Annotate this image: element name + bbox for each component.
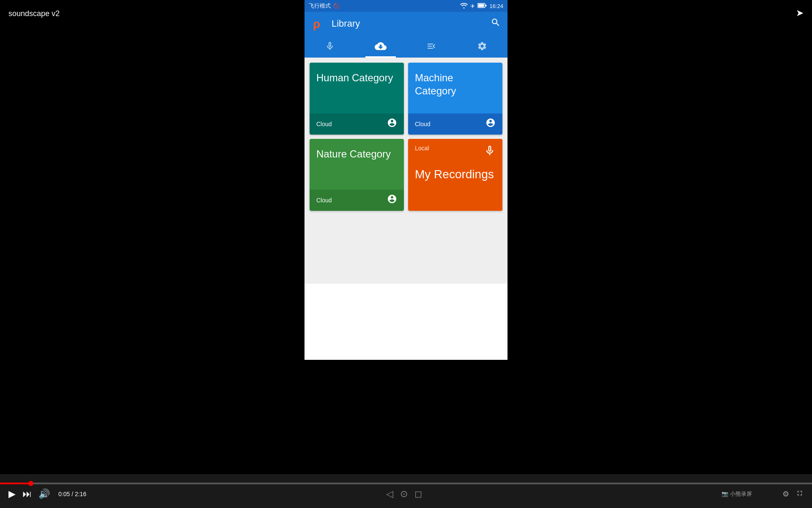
recents-nav-button[interactable]: ◻ <box>414 489 422 500</box>
search-button[interactable] <box>491 17 501 30</box>
tab-cloud[interactable] <box>355 36 406 56</box>
time-display: 0:05 / 2:16 <box>58 491 86 497</box>
phone-frame: 飞行模式 🚫 ✈ 16:24 <box>304 0 508 360</box>
human-card-bottom: Cloud <box>310 113 404 135</box>
nature-category-title: Nature Category <box>316 147 397 160</box>
tab-settings[interactable] <box>457 36 508 56</box>
svg-rect-1 <box>478 4 484 7</box>
volume-button[interactable]: 🔊 <box>38 489 50 500</box>
back-nav-button[interactable]: ◁ <box>386 489 393 500</box>
status-left: 飞行模式 🚫 <box>309 2 340 10</box>
app-logo: ρ <box>311 16 326 31</box>
status-bar: 飞行模式 🚫 ✈ 16:24 <box>304 0 508 12</box>
progress-dot <box>28 481 33 486</box>
empty-content <box>304 216 508 284</box>
progress-bar[interactable] <box>0 483 812 484</box>
flight-mode-label: 飞行模式 <box>309 2 331 10</box>
controls-row: ▶ ⏭ 🔊 0:05 / 2:16 ◁ ⊙ ◻ 📷 小熊录屏 ⚙ <box>0 489 812 500</box>
content-area: Human Category Cloud Machine Category Cl… <box>304 58 508 216</box>
machine-card-bottom: Cloud <box>408 113 502 135</box>
player-settings-button[interactable]: ⚙ <box>782 489 789 499</box>
human-category-card[interactable]: Human Category Cloud <box>310 63 404 135</box>
wifi-icon <box>460 3 468 10</box>
nature-card-top: Nature Category <box>310 139 404 190</box>
my-recordings-title: My Recordings <box>408 164 502 190</box>
home-nav-button[interactable]: ⊙ <box>400 489 408 500</box>
tab-playlist[interactable] <box>406 36 457 56</box>
microphone-icon <box>484 145 496 160</box>
machine-category-title: Machine Category <box>415 71 496 97</box>
skip-button[interactable]: ⏭ <box>22 489 32 500</box>
machine-cloud-label: Cloud <box>415 121 431 127</box>
my-recordings-card[interactable]: Local My Recordings <box>408 139 502 211</box>
share-icon[interactable]: ➤ <box>796 8 804 19</box>
time-separator: / <box>71 491 75 497</box>
machine-cloud-icon <box>486 118 496 130</box>
human-card-top: Human Category <box>310 63 404 113</box>
tab-bar <box>304 36 508 58</box>
nature-cloud-label: Cloud <box>316 197 332 204</box>
library-title: Library <box>332 18 491 29</box>
current-time: 0:05 <box>58 491 70 497</box>
human-cloud-label: Cloud <box>316 121 332 127</box>
nature-cloud-icon <box>387 194 397 207</box>
tab-microphone[interactable] <box>304 36 355 56</box>
human-cloud-icon <box>387 118 397 130</box>
recorder-brand: 📷 小熊录屏 <box>721 490 752 498</box>
machine-category-card[interactable]: Machine Category Cloud <box>408 63 502 135</box>
local-label: Local <box>415 145 429 152</box>
video-controls: ▶ ⏭ 🔊 0:05 / 2:16 ◁ ⊙ ◻ 📷 小熊录屏 ⚙ <box>0 474 812 508</box>
svg-text:ρ: ρ <box>313 17 320 30</box>
total-time: 2:16 <box>75 491 86 497</box>
app-bar: ρ Library <box>304 12 508 36</box>
time-display: 16:24 <box>489 3 503 9</box>
play-button[interactable]: ▶ <box>8 489 16 500</box>
flight-mode-icon: 🚫 <box>333 3 340 9</box>
svg-rect-2 <box>486 5 487 6</box>
battery-icon <box>477 3 487 9</box>
airplane-icon: ✈ <box>470 3 475 9</box>
human-category-title: Human Category <box>316 71 397 84</box>
my-recordings-top: Local <box>408 139 502 164</box>
app-title: soundscape v2 <box>8 9 60 18</box>
machine-card-top: Machine Category <box>408 63 502 113</box>
fullscreen-button[interactable] <box>796 489 804 499</box>
nature-category-card[interactable]: Nature Category Cloud <box>310 139 404 211</box>
nature-card-bottom: Cloud <box>310 190 404 211</box>
progress-fill <box>0 483 31 484</box>
status-right: ✈ 16:24 <box>460 3 503 10</box>
